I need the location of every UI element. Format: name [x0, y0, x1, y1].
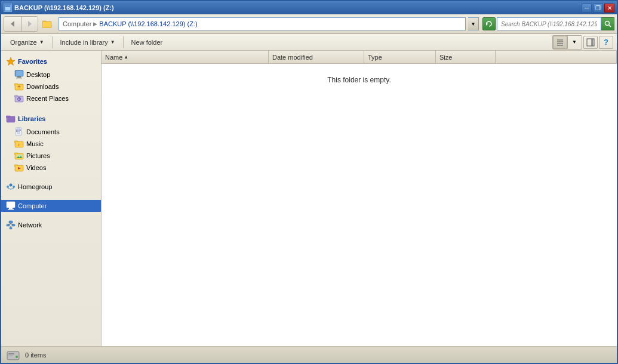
sidebar-header-libraries[interactable]: Libraries [1, 112, 101, 126]
column-name-label: Name [105, 54, 122, 61]
search-input[interactable] [497, 17, 601, 30]
dropdown-chevron-icon: ▼ [471, 21, 476, 27]
organize-label: Organize [10, 39, 37, 46]
sidebar-item-network-label: Network [18, 221, 42, 229]
status-bar: 0 items [1, 346, 617, 363]
column-headers: Name ▲ Date modified Type Size [102, 51, 617, 64]
svg-rect-19 [16, 78, 22, 79]
address-path[interactable]: Computer ▶ BACKUP (\\192.168.142.129) (Z… [59, 17, 466, 30]
sidebar-item-computer[interactable]: Computer [1, 200, 101, 212]
sidebar-item-pictures[interactable]: Pictures [1, 150, 101, 162]
sidebar-gap-3 [1, 195, 101, 200]
svg-marker-2 [11, 21, 14, 27]
refresh-button[interactable] [482, 17, 496, 30]
documents-icon [14, 127, 24, 137]
column-header-size[interactable]: Size [436, 51, 496, 63]
homegroup-icon [6, 182, 16, 192]
sidebar-item-pictures-label: Pictures [26, 152, 50, 159]
favorites-label: Favorites [18, 58, 47, 65]
title-bar-left: BACKUP (\\192.168.142.129) (Z:) [4, 4, 114, 12]
search-bar [497, 17, 614, 30]
svg-rect-71 [8, 356, 13, 356]
sidebar-item-homegroup[interactable]: Homegroup [1, 181, 101, 193]
star-icon [6, 57, 16, 66]
sidebar-item-videos-label: Videos [26, 164, 46, 171]
videos-icon [14, 163, 24, 172]
svg-rect-60 [7, 224, 10, 226]
preview-pane-button[interactable] [583, 36, 598, 49]
svg-marker-3 [28, 21, 32, 27]
sidebar-gap-2 [1, 176, 101, 181]
library-icon [6, 114, 16, 124]
toolbar-separator-1 [52, 36, 53, 48]
search-button[interactable] [601, 17, 614, 30]
forward-button[interactable] [21, 17, 38, 31]
help-button[interactable]: ? [599, 36, 613, 49]
action-toolbar: Organize ▼ Include in library ▼ New fold… [1, 34, 617, 51]
sidebar-item-network[interactable]: Network [1, 219, 101, 231]
svg-rect-32 [6, 116, 10, 118]
sidebar-section-network: Network [1, 219, 101, 231]
svg-rect-65 [10, 227, 12, 229]
column-header-type[interactable]: Type [364, 51, 436, 63]
address-computer-label: Computer [63, 20, 91, 27]
restore-button[interactable]: ❐ [593, 4, 603, 13]
title-bar-controls: ─ ❐ ✕ [582, 4, 614, 13]
recent-places-icon [14, 94, 24, 103]
sidebar-header-favorites[interactable]: Favorites [1, 54, 101, 69]
column-header-date[interactable]: Date modified [269, 51, 364, 63]
svg-rect-1 [5, 5, 10, 7]
empty-folder-message: This folder is empty. [102, 64, 617, 346]
svg-rect-59 [9, 221, 13, 223]
svg-rect-20 [16, 71, 23, 76]
view-button-group: ▼ [552, 35, 582, 50]
help-icon: ? [604, 38, 608, 47]
sidebar-item-downloads[interactable]: Downloads [1, 81, 101, 92]
svg-rect-56 [9, 208, 13, 209]
include-library-button[interactable]: Include in library ▼ [55, 36, 121, 49]
svg-point-69 [16, 356, 18, 358]
back-button[interactable] [4, 17, 21, 31]
sidebar-item-documents-label: Documents [26, 128, 60, 135]
new-folder-button[interactable]: New folder [126, 36, 168, 49]
status-items-count: 0 items [25, 351, 46, 359]
sidebar-item-documents[interactable]: Documents [1, 126, 101, 138]
sidebar-item-videos[interactable]: Videos [1, 162, 101, 174]
sidebar-gap-4 [1, 214, 101, 219]
close-button[interactable]: ✕ [604, 4, 614, 13]
address-dropdown-button[interactable]: ▼ [468, 17, 479, 30]
network-icon [6, 220, 16, 230]
sidebar-item-music-label: Music [26, 140, 44, 147]
svg-point-53 [7, 186, 9, 188]
organize-button[interactable]: Organize ▼ [5, 36, 50, 49]
list-view-dropdown-button[interactable]: ▼ [567, 36, 582, 49]
organize-chevron-icon: ▼ [39, 39, 44, 45]
column-header-name[interactable]: Name ▲ [102, 51, 269, 63]
include-library-chevron-icon: ▼ [110, 39, 115, 45]
title-bar: BACKUP (\\192.168.142.129) (Z:) ─ ❐ ✕ [1, 1, 617, 14]
svg-text:♪: ♪ [17, 142, 20, 147]
include-library-label: Include in library [60, 39, 108, 46]
svg-rect-18 [17, 76, 21, 78]
libraries-label: Libraries [18, 115, 45, 122]
svg-point-52 [10, 184, 13, 187]
svg-rect-6 [43, 22, 51, 27]
svg-line-63 [8, 224, 11, 224]
downloads-icon [14, 82, 24, 91]
minimize-button[interactable]: ─ [582, 4, 592, 13]
column-sort-icon: ▲ [124, 54, 128, 60]
sidebar-item-recent-places[interactable]: Recent Places [1, 92, 101, 104]
file-content: Name ▲ Date modified Type Size This fold… [102, 51, 617, 346]
svg-line-64 [11, 224, 14, 224]
svg-rect-57 [8, 209, 14, 210]
svg-point-46 [17, 155, 18, 156]
window-icon [4, 4, 12, 12]
sidebar-section-homegroup: Homegroup [1, 181, 101, 193]
sidebar-item-downloads-label: Downloads [26, 83, 59, 90]
details-view-button[interactable] [553, 36, 567, 49]
address-bar: Computer ▶ BACKUP (\\192.168.142.129) (Z… [59, 17, 479, 30]
view-controls: ▼ ? [552, 35, 613, 50]
sidebar: Favorites Desktop [1, 51, 102, 346]
sidebar-item-music[interactable]: ♪ Music [1, 138, 101, 150]
sidebar-item-desktop[interactable]: Desktop [1, 69, 101, 81]
